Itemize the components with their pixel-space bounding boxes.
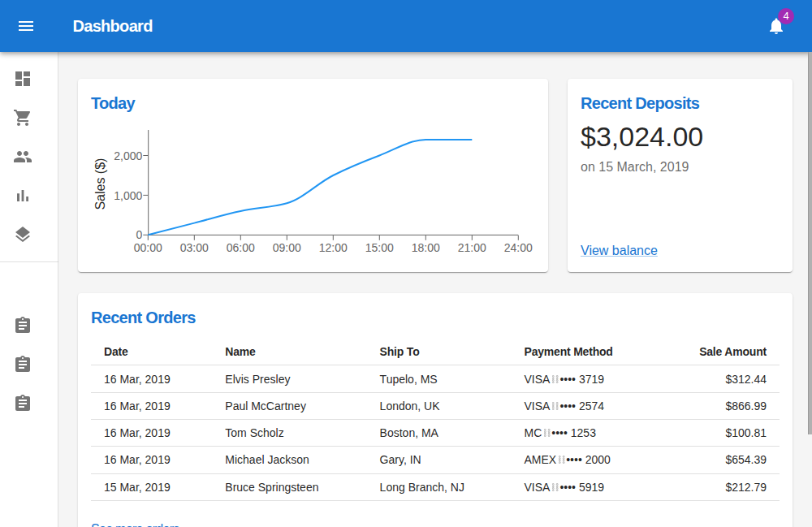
svg-text:15:00: 15:00 xyxy=(365,241,394,254)
svg-text:03:00: 03:00 xyxy=(180,241,209,254)
svg-text:00:00: 00:00 xyxy=(134,241,162,254)
svg-text:Sales ($): Sales ($) xyxy=(93,158,107,210)
svg-text:06:00: 06:00 xyxy=(227,241,255,254)
svg-text:0: 0 xyxy=(136,228,143,241)
svg-text:12:00: 12:00 xyxy=(319,241,348,254)
svg-text:1,000: 1,000 xyxy=(114,189,142,202)
svg-text:24:00: 24:00 xyxy=(504,241,533,254)
svg-text:2,000: 2,000 xyxy=(114,149,142,162)
svg-text:21:00: 21:00 xyxy=(458,241,486,254)
svg-text:18:00: 18:00 xyxy=(412,241,440,254)
svg-text:09:00: 09:00 xyxy=(273,241,301,254)
